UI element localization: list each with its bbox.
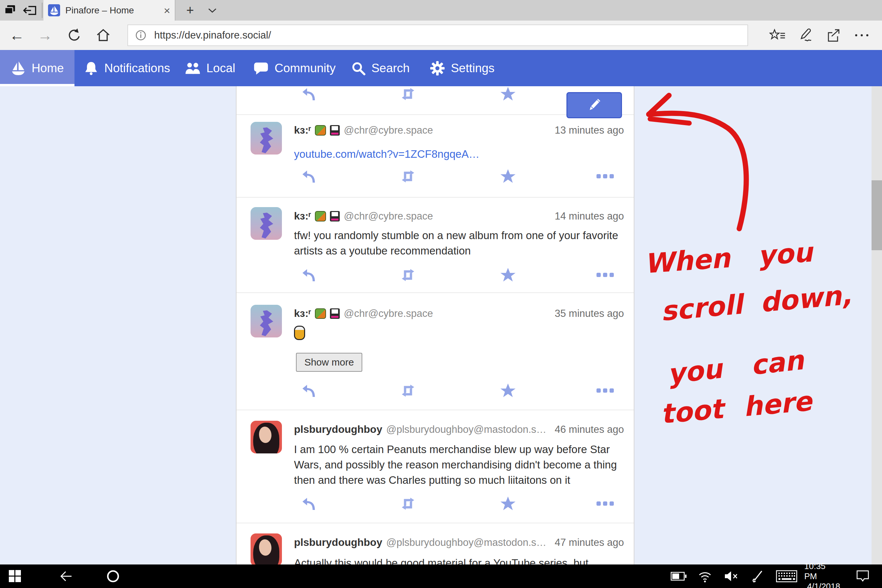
reply-button[interactable] [299, 383, 319, 399]
favorite-button[interactable] [498, 496, 518, 512]
toot-timestamp[interactable]: 13 minutes ago [555, 124, 624, 136]
account-handle[interactable]: @plsburydoughboy@mastodon.s… [386, 537, 546, 549]
nav-item-local[interactable]: Local [179, 50, 241, 86]
touch-keyboard-button[interactable] [773, 564, 800, 588]
dragon-emoji [315, 211, 326, 222]
ellipsis-icon [597, 501, 614, 506]
nav-item-notifications[interactable]: Notifications [80, 50, 174, 86]
tab-close-icon[interactable]: × [164, 5, 170, 16]
back-button[interactable]: ← [4, 21, 30, 50]
toot-content: tfw! you randomly stumble on a new album… [294, 228, 624, 258]
favorite-button[interactable] [498, 383, 518, 399]
beverage-emoji [294, 326, 305, 340]
boost-button[interactable] [398, 383, 418, 399]
nav-item-home[interactable]: Home [0, 50, 75, 86]
avatar[interactable] [250, 421, 282, 453]
display-name[interactable]: kз:ʳ [294, 124, 311, 136]
toot-content-link[interactable]: youtube.com/watch?v=1ZCF8ngqeA… [294, 148, 480, 160]
display-name[interactable]: plsburydoughboy [294, 423, 382, 435]
avatar[interactable] [250, 534, 282, 564]
toot-timestamp[interactable]: 14 minutes ago [555, 210, 624, 222]
nav-label-community: Community [274, 62, 336, 75]
tab-preview-chevron-icon[interactable] [203, 0, 222, 21]
boost-button[interactable] [398, 267, 418, 283]
toot-options-button[interactable] [595, 168, 615, 184]
account-handle[interactable]: @chr@cybre.space [344, 124, 433, 136]
tabs-set-aside-button[interactable] [20, 0, 40, 21]
nav-item-settings[interactable]: Settings [424, 50, 500, 86]
display-name[interactable]: plsburydoughboy [294, 536, 382, 549]
account-handle[interactable]: @chr@cybre.space [344, 308, 433, 320]
scrollbar-track[interactable] [872, 86, 882, 564]
battery-tray-button[interactable] [668, 564, 689, 588]
cortana-circle-icon [106, 569, 120, 584]
volume-tray-button[interactable] [721, 564, 741, 588]
people-icon [185, 61, 201, 75]
toot-timestamp[interactable]: 35 minutes ago [555, 308, 624, 320]
nav-label-settings: Settings [451, 62, 495, 75]
show-more-button[interactable]: Show more [296, 353, 362, 372]
pen-tray-button[interactable] [747, 564, 768, 588]
bell-icon [84, 61, 98, 76]
display-name[interactable]: kз:ʳ [294, 210, 311, 222]
taskbar-clock[interactable]: 10:35 PM 4/1/2018 [804, 564, 840, 588]
start-button[interactable] [3, 564, 27, 588]
ellipsis-icon [597, 174, 614, 178]
compose-toot-button[interactable] [567, 92, 622, 118]
site-info-icon[interactable] [135, 30, 146, 41]
browser-tab-strip: Pinafore – Home × + [0, 0, 882, 21]
favorites-star-icon [769, 29, 786, 42]
reply-button[interactable] [299, 496, 319, 512]
account-handle[interactable]: @plsburydoughboy@mastodon.s… [386, 424, 546, 435]
dragon-emoji [315, 125, 326, 136]
url-text[interactable]: https://dev.pinafore.social/ [154, 29, 271, 41]
nav-item-community[interactable]: Community [249, 50, 340, 86]
reply-button[interactable] [299, 86, 319, 102]
toot-options-button[interactable] [595, 496, 615, 512]
wifi-tray-button[interactable] [694, 564, 716, 588]
share-button[interactable] [820, 21, 848, 50]
tab-pinafore-home[interactable]: Pinafore – Home × [44, 0, 175, 21]
toot-options-button[interactable] [595, 383, 615, 399]
cortana-button[interactable] [101, 564, 125, 588]
avatar[interactable] [250, 122, 282, 154]
home-button[interactable] [90, 21, 116, 50]
display-name[interactable]: kз:ʳ [294, 308, 311, 320]
scrollbar-thumb[interactable] [872, 180, 882, 250]
boost-button[interactable] [398, 86, 418, 102]
action-center-button[interactable] [851, 564, 874, 588]
toot-timestamp[interactable]: 47 minutes ago [555, 537, 624, 549]
dragon-emoji [315, 308, 326, 319]
settings-more-button[interactable] [848, 21, 876, 50]
favorite-button[interactable] [498, 267, 518, 283]
toot-item: kз:ʳ @chr@cybre.space 35 minutes ago Sho… [237, 293, 634, 410]
reply-button[interactable] [299, 168, 319, 184]
new-tab-button[interactable]: + [180, 0, 200, 21]
tab-divider [175, 0, 176, 21]
nav-item-search[interactable]: Search [347, 50, 414, 86]
favorite-button[interactable] [498, 86, 518, 102]
favorites-button[interactable] [764, 21, 791, 50]
tabstrip-divider [42, 3, 42, 18]
nav-label-notifications: Notifications [104, 62, 170, 75]
reply-button[interactable] [299, 267, 319, 283]
clock-date: 4/1/2018 [807, 582, 840, 588]
set-tabs-aside-button[interactable] [1, 0, 20, 21]
timeline-column: kз:ʳ @chr@cybre.space 13 minutes ago you… [236, 86, 634, 564]
boost-button[interactable] [398, 168, 418, 184]
avatar[interactable] [250, 207, 282, 240]
forward-button[interactable]: → [32, 21, 58, 50]
action-center-icon [855, 569, 870, 584]
toot-item: kз:ʳ @chr@cybre.space 13 minutes ago you… [237, 115, 634, 198]
toot-timestamp[interactable]: 46 minutes ago [555, 424, 624, 435]
taskbar-back-button[interactable] [54, 564, 77, 588]
boost-button[interactable] [398, 496, 418, 512]
avatar[interactable] [250, 305, 282, 338]
pinafore-nav: Home Notifications Local Community [0, 50, 882, 86]
favorite-button[interactable] [498, 168, 518, 184]
web-note-button[interactable] [792, 21, 819, 50]
refresh-button[interactable] [62, 21, 87, 50]
account-handle[interactable]: @chr@cybre.space [344, 210, 433, 222]
toot-options-button[interactable] [595, 267, 615, 283]
address-bar[interactable]: https://dev.pinafore.social/ [128, 24, 748, 46]
